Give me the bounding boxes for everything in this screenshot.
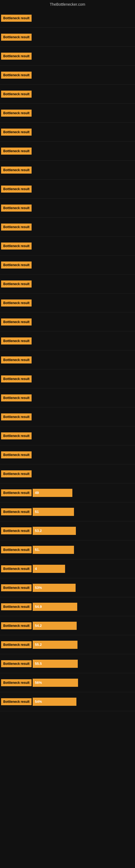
table-row: Bottleneck result: [0, 389, 135, 407]
table-row: Bottleneck result: [0, 293, 135, 312]
value-text: 55.5: [35, 661, 42, 665]
bottleneck-label: Bottleneck result: [1, 91, 32, 98]
bottleneck-label: Bottleneck result: [1, 356, 32, 364]
table-row: Bottleneck result: [0, 312, 135, 332]
table-row: Bottleneck result: [0, 161, 135, 180]
value-text: 53.2: [35, 529, 42, 533]
value-text: 49: [35, 491, 39, 495]
bar-container: 55.5: [33, 660, 134, 668]
value-text: 53%: [35, 586, 42, 590]
bottleneck-label: Bottleneck result: [1, 432, 32, 439]
bottleneck-label: Bottleneck result: [1, 452, 32, 458]
bottleneck-label: Bottleneck result: [1, 243, 32, 250]
table-row: Bottleneck result51.: [0, 540, 135, 559]
value-text: 51: [35, 510, 39, 514]
table-row: Bottleneck result: [0, 142, 135, 161]
table-row: Bottleneck result4: [0, 559, 135, 578]
bottleneck-label: Bottleneck result: [1, 470, 32, 477]
table-row: Bottleneck result: [0, 46, 135, 66]
bottleneck-label: Bottleneck result: [1, 300, 32, 307]
table-row: Bottleneck result: [0, 350, 135, 369]
table-row: Bottleneck result: [0, 426, 135, 445]
table-row: Bottleneck result55.5: [0, 654, 135, 673]
table-row: Bottleneck result: [0, 407, 135, 426]
table-row: Bottleneck result: [0, 237, 135, 255]
bar: [33, 565, 65, 573]
table-row: Bottleneck result: [0, 123, 135, 142]
bottleneck-label: Bottleneck result: [1, 565, 32, 572]
bottleneck-label: Bottleneck result: [1, 527, 32, 534]
bottleneck-label: Bottleneck result: [1, 14, 32, 22]
table-row: Bottleneck result: [0, 180, 135, 198]
bottleneck-label: Bottleneck result: [1, 34, 32, 41]
bottleneck-label: Bottleneck result: [1, 53, 32, 60]
bottleneck-label: Bottleneck result: [1, 148, 32, 155]
bottleneck-label: Bottleneck result: [1, 413, 32, 421]
table-row: Bottleneck result: [0, 332, 135, 350]
bottleneck-label: Bottleneck result: [1, 508, 32, 516]
table-row: Bottleneck result: [0, 198, 135, 218]
table-row: Bottleneck result: [0, 255, 135, 275]
bottleneck-label: Bottleneck result: [1, 375, 32, 382]
bottleneck-label: Bottleneck result: [1, 584, 32, 591]
bar-container: 53%: [33, 584, 134, 592]
table-row: Bottleneck result: [0, 369, 135, 389]
value-text: 54.9: [35, 604, 42, 609]
value-text: 4: [35, 567, 37, 571]
bar-container: 4: [33, 565, 134, 573]
table-row: Bottleneck result: [0, 104, 135, 123]
bottleneck-label: Bottleneck result: [1, 223, 32, 230]
table-row: Bottleneck result49: [0, 484, 135, 502]
value-text: 56%: [35, 681, 42, 685]
bar-container: 54.2: [33, 622, 134, 630]
bar-container: 55.2: [33, 641, 134, 649]
bar: [33, 508, 74, 516]
bottleneck-label: Bottleneck result: [1, 129, 32, 135]
bar-container: 54%: [33, 698, 134, 706]
table-row: Bottleneck result56%: [0, 673, 135, 692]
table-row: Bottleneck result53%: [0, 578, 135, 597]
bottleneck-label: Bottleneck result: [1, 641, 32, 648]
bottleneck-label: Bottleneck result: [1, 698, 32, 705]
bottleneck-label: Bottleneck result: [1, 261, 32, 269]
table-row: Bottleneck result: [0, 275, 135, 293]
bottleneck-label: Bottleneck result: [1, 622, 32, 629]
table-row: Bottleneck result54%: [0, 692, 135, 711]
bottleneck-label: Bottleneck result: [1, 318, 32, 326]
value-text: 55.2: [35, 643, 42, 647]
table-row: Bottleneck result53.2: [0, 521, 135, 540]
bottleneck-label: Bottleneck result: [1, 186, 32, 193]
table-row: Bottleneck result: [0, 85, 135, 104]
bottleneck-label: Bottleneck result: [1, 394, 32, 401]
bottleneck-label: Bottleneck result: [1, 546, 32, 553]
table-row: Bottleneck result55.2: [0, 635, 135, 654]
table-row: Bottleneck result51: [0, 502, 135, 521]
table-row: Bottleneck result54.9: [0, 597, 135, 616]
bar-container: 53.2: [33, 527, 134, 535]
bar-container: 49: [33, 489, 134, 497]
bottleneck-label: Bottleneck result: [1, 603, 32, 610]
table-row: Bottleneck result: [0, 9, 135, 28]
bottleneck-label: Bottleneck result: [1, 489, 32, 496]
value-text: 54%: [35, 700, 42, 704]
bar-container: 51.: [33, 546, 134, 554]
bottleneck-label: Bottleneck result: [1, 110, 32, 117]
bar-container: 51: [33, 508, 134, 516]
table-row: Bottleneck result: [0, 445, 135, 464]
table-row: Bottleneck result: [0, 464, 135, 484]
bottleneck-label: Bottleneck result: [1, 280, 32, 287]
bottleneck-label: Bottleneck result: [1, 72, 32, 79]
bottleneck-label: Bottleneck result: [1, 679, 32, 686]
table-row: Bottleneck result: [0, 28, 135, 46]
value-text: 51.: [35, 548, 40, 552]
table-row: Bottleneck result: [0, 66, 135, 85]
bottleneck-label: Bottleneck result: [1, 166, 32, 174]
site-title: TheBottlenecker.com: [0, 0, 135, 9]
table-row: Bottleneck result: [0, 218, 135, 237]
bar-container: 56%: [33, 679, 134, 687]
table-row: Bottleneck result54.2: [0, 616, 135, 635]
bottleneck-label: Bottleneck result: [1, 205, 32, 212]
bottleneck-label: Bottleneck result: [1, 660, 32, 667]
value-text: 54.2: [35, 624, 42, 628]
bottleneck-label: Bottleneck result: [1, 337, 32, 344]
